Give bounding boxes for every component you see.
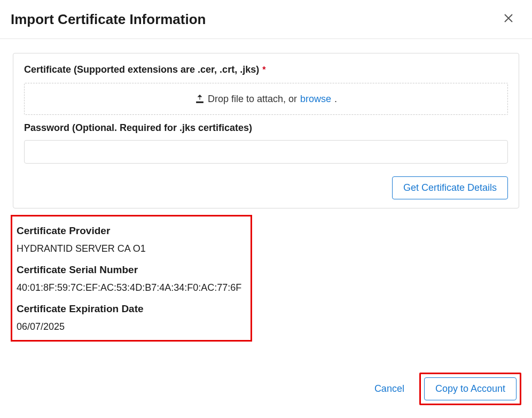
copy-to-account-highlight: Copy to Account — [419, 373, 521, 405]
certificate-field-label-text: Certificate (Supported extensions are .c… — [24, 64, 259, 75]
dialog-header: Import Certificate Information — [0, 0, 532, 39]
copy-to-account-button[interactable]: Copy to Account — [424, 377, 517, 400]
import-certificate-dialog: Import Certificate Information Certifica… — [0, 0, 532, 418]
certificate-expiration-value: 06/07/2025 — [17, 321, 246, 332]
get-certificate-details-button[interactable]: Get Certificate Details — [392, 176, 508, 199]
card-actions: Get Certificate Details — [24, 176, 508, 199]
certificate-field-label: Certificate (Supported extensions are .c… — [24, 64, 508, 75]
certificate-expiration-label: Certificate Expiration Date — [17, 303, 246, 315]
dialog-footer: Cancel Copy to Account — [0, 364, 532, 418]
upload-icon — [195, 94, 205, 104]
certificate-details-panel: Certificate Provider HYDRANTID SERVER CA… — [11, 215, 252, 342]
dialog-title: Import Certificate Information — [11, 11, 206, 28]
upload-card: Certificate (Supported extensions are .c… — [13, 53, 519, 208]
certificate-provider-label: Certificate Provider — [17, 225, 246, 237]
close-icon[interactable] — [501, 11, 516, 28]
certificate-serial-label: Certificate Serial Number — [17, 264, 246, 276]
dropzone-text-suffix: . — [334, 94, 337, 105]
cancel-button[interactable]: Cancel — [370, 378, 409, 400]
browse-link[interactable]: browse — [300, 94, 331, 105]
certificate-serial-value: 40:01:8F:59:7C:EF:AC:53:4D:B7:4A:34:F0:A… — [17, 282, 246, 293]
certificate-provider-value: HYDRANTID SERVER CA O1 — [17, 243, 246, 254]
password-field-label: Password (Optional. Required for .jks ce… — [24, 122, 508, 134]
file-dropzone[interactable]: Drop file to attach, or browse. — [24, 83, 508, 115]
password-input[interactable] — [24, 140, 508, 164]
dropzone-text-prefix: Drop file to attach, or — [208, 94, 297, 105]
dialog-body[interactable]: Certificate (Supported extensions are .c… — [0, 39, 532, 364]
required-asterisk-icon: * — [262, 65, 265, 74]
